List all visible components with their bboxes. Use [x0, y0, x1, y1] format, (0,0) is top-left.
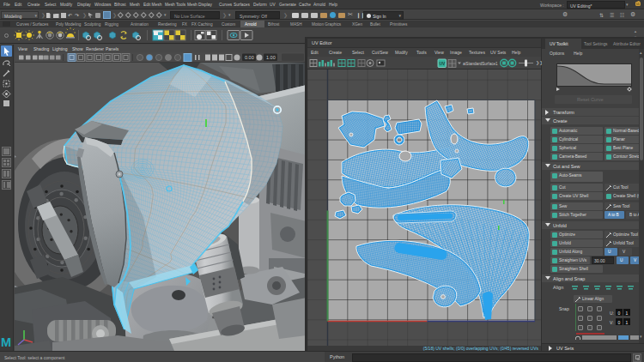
svg-text:1.00: 1.00 [266, 55, 276, 60]
svg-text:0.00: 0.00 [245, 55, 254, 60]
svg-text:UV: UV [440, 61, 447, 66]
